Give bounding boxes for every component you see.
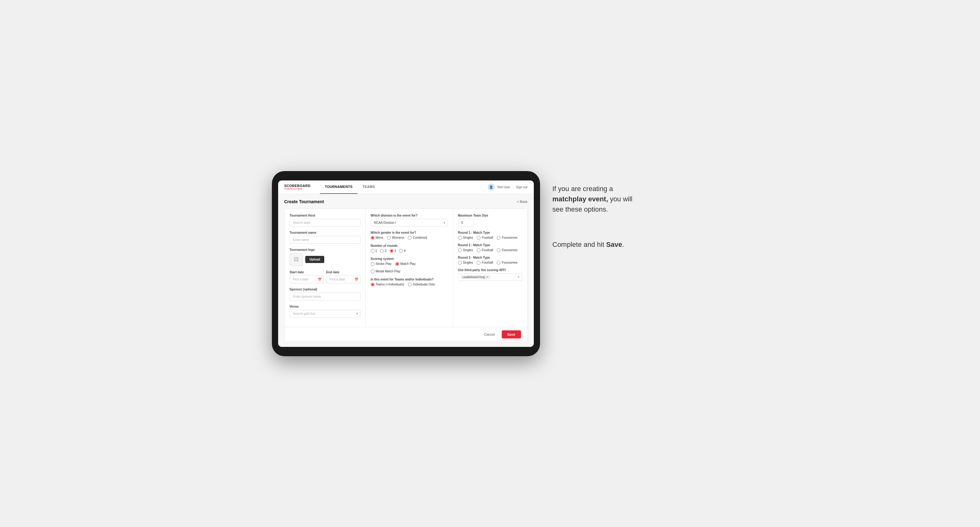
venue-group: Venue	[290, 305, 360, 317]
calendar-icon: 📅	[318, 278, 321, 281]
user-name: Test User	[497, 186, 510, 189]
teams-option[interactable]: Teams (+Individuals)	[371, 283, 404, 286]
rounds-3-radio[interactable]	[390, 249, 393, 253]
round2-singles-radio[interactable]	[458, 248, 462, 252]
max-team-size-input[interactable]	[458, 219, 474, 227]
logo-upload-area: 🖼 Upload	[290, 253, 360, 266]
scoring-match-label: Match Play	[400, 262, 416, 265]
annotation-top-bold: matchplay event,	[552, 195, 608, 203]
round2-match-type-section: Round 2 - Match Type Singles Fourball	[458, 243, 522, 252]
venue-select-wrapper	[290, 310, 360, 317]
round1-singles-radio[interactable]	[458, 236, 462, 240]
rounds-2-label: 2	[385, 249, 387, 252]
round1-foursomes-radio[interactable]	[497, 236, 500, 240]
round-4[interactable]: 4	[399, 249, 406, 253]
scoring-match[interactable]: Match Play	[395, 262, 416, 266]
round3-fourball-label: Fourball	[482, 261, 493, 264]
venue-label: Venue	[290, 305, 360, 308]
round-2[interactable]: 2	[380, 249, 387, 253]
dates-group: Start date 📅 End date	[290, 270, 360, 283]
upload-button[interactable]: Upload	[305, 256, 325, 263]
round-1[interactable]: 1	[371, 249, 377, 253]
gender-mens[interactable]: Mens	[371, 236, 383, 240]
rounds-4-label: 4	[404, 249, 406, 252]
page-content: Create Tournament < Back Tournament Host	[278, 194, 534, 347]
teams-teams-radio[interactable]	[371, 283, 374, 286]
round1-fourball[interactable]: Fourball	[477, 236, 493, 240]
api-select-wrapper[interactable]: Leaderboard King ✕ ▾	[458, 273, 522, 281]
rounds-1-radio[interactable]	[371, 249, 374, 253]
calendar-icon-2: 📅	[355, 278, 358, 281]
logo-sub: Powered by clippit	[284, 187, 310, 190]
start-date-label: Start date	[290, 270, 324, 274]
round2-foursomes-radio[interactable]	[497, 248, 500, 252]
division-select[interactable]: NCAA Division I	[371, 219, 448, 227]
save-button[interactable]: Save	[502, 330, 521, 338]
round2-foursomes-label: Foursomes	[502, 248, 517, 252]
gender-group: Which gender is the event for? Mens Wome…	[371, 231, 448, 240]
scoring-stroke-radio[interactable]	[371, 262, 374, 266]
round3-radio-group: Singles Fourball Foursomes	[458, 261, 522, 265]
round3-fourball-radio[interactable]	[477, 261, 480, 265]
scoring-medal-label: Medal Match Play	[376, 270, 400, 273]
division-label: Which division is the event for?	[371, 214, 448, 217]
scoring-stroke[interactable]: Stroke Play	[371, 262, 391, 266]
teams-individuals-radio[interactable]	[408, 283, 412, 286]
round3-match-type-section: Round 3 - Match Type Singles Fourball	[458, 256, 522, 265]
round1-singles[interactable]: Singles	[458, 236, 473, 240]
end-date-label: End date	[326, 270, 360, 274]
back-button[interactable]: < Back	[517, 200, 528, 203]
scoring-medal-radio[interactable]	[371, 270, 374, 273]
round3-singles-radio[interactable]	[458, 261, 462, 265]
round1-foursomes[interactable]: Foursomes	[497, 236, 517, 240]
tournament-host-input[interactable]	[290, 219, 360, 227]
round2-match-type-label: Round 2 - Match Type	[458, 243, 522, 247]
venue-input[interactable]	[290, 310, 360, 317]
form-left-column: Tournament Host Tournament name Tourname…	[285, 209, 366, 327]
tournament-name-input[interactable]	[290, 236, 360, 244]
tab-teams[interactable]: TEAMS	[358, 181, 380, 194]
gender-womens[interactable]: Womens	[387, 236, 404, 240]
scoring-radio-group: Stroke Play Match Play Medal Match Play	[371, 262, 448, 273]
tournament-host-group: Tournament Host	[290, 214, 360, 227]
round1-fourball-radio[interactable]	[477, 236, 480, 240]
round3-singles[interactable]: Singles	[458, 261, 473, 265]
tablet-screen: SCOREBOARD Powered by clippit TOURNAMENT…	[278, 181, 534, 347]
gender-womens-radio[interactable]	[387, 236, 391, 240]
teams-teams-label: Teams (+Individuals)	[376, 283, 404, 286]
round2-fourball[interactable]: Fourball	[477, 248, 493, 252]
rounds-2-radio[interactable]	[380, 249, 384, 253]
gender-mens-radio[interactable]	[371, 236, 374, 240]
rounds-radio-group: 1 2 3	[371, 249, 448, 253]
sign-out-link[interactable]: Sign out	[516, 186, 528, 189]
annotation-bottom: Complete and hit Save.	[552, 239, 708, 250]
round3-foursomes-radio[interactable]	[497, 261, 500, 265]
tournament-host-label: Tournament Host	[290, 214, 360, 217]
gender-label: Which gender is the event for?	[371, 231, 448, 234]
cancel-button[interactable]: Cancel	[480, 331, 499, 338]
sponsor-group: Sponsor (optional)	[290, 288, 360, 300]
round2-singles[interactable]: Singles	[458, 248, 473, 252]
round3-fourball[interactable]: Fourball	[477, 261, 493, 265]
scoring-match-radio[interactable]	[395, 262, 399, 266]
round2-foursomes[interactable]: Foursomes	[497, 248, 517, 252]
round2-fourball-label: Fourball	[482, 248, 493, 252]
annotation-top: If you are creating a matchplay event, y…	[552, 184, 708, 214]
gender-combined[interactable]: Combined	[408, 236, 427, 240]
scoring-medal[interactable]: Medal Match Play	[371, 270, 400, 273]
outer-wrapper: SCOREBOARD Powered by clippit TOURNAMENT…	[272, 171, 708, 356]
tournament-logo-label: Tournament logo	[290, 248, 360, 251]
tab-tournaments[interactable]: TOURNAMENTS	[320, 181, 358, 194]
sponsor-input[interactable]	[290, 293, 360, 300]
api-tag-close-icon[interactable]: ✕	[486, 276, 488, 279]
gender-combined-radio[interactable]	[408, 236, 412, 240]
round2-radio-group: Singles Fourball Foursomes	[458, 248, 522, 252]
tablet-frame: SCOREBOARD Powered by clippit TOURNAMENT…	[272, 171, 540, 356]
individuals-option[interactable]: Individuals Only	[408, 283, 435, 286]
api-chevron-icon: ▾	[518, 276, 519, 279]
round2-fourball-radio[interactable]	[477, 248, 480, 252]
rounds-4-radio[interactable]	[399, 249, 403, 253]
division-select-wrapper: NCAA Division I	[371, 219, 448, 227]
round-3[interactable]: 3	[390, 249, 396, 253]
round3-foursomes[interactable]: Foursomes	[497, 261, 517, 265]
